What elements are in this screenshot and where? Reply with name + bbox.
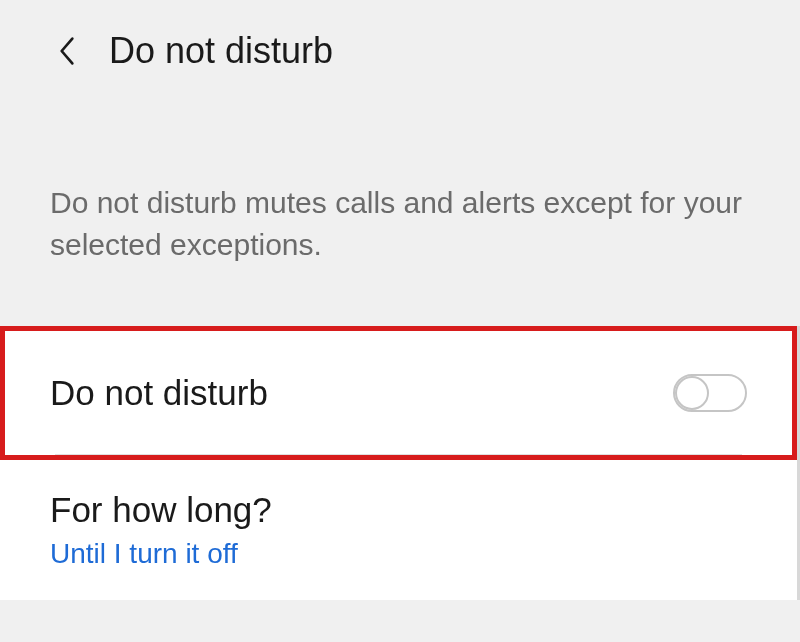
settings-list: Do not disturb For how long? Until I tur… xyxy=(0,326,800,600)
back-icon[interactable] xyxy=(55,39,79,63)
description-text: Do not disturb mutes calls and alerts ex… xyxy=(0,92,800,306)
duration-label: For how long? xyxy=(50,490,747,530)
header: Do not disturb xyxy=(0,0,800,92)
duration-value[interactable]: Until I turn it off xyxy=(50,538,747,570)
duration-row[interactable]: For how long? Until I turn it off xyxy=(0,460,797,600)
dnd-toggle-row[interactable]: Do not disturb xyxy=(0,326,797,460)
dnd-label: Do not disturb xyxy=(50,373,268,413)
page-title: Do not disturb xyxy=(109,30,333,72)
dnd-toggle[interactable] xyxy=(673,374,747,412)
toggle-knob xyxy=(675,376,709,410)
